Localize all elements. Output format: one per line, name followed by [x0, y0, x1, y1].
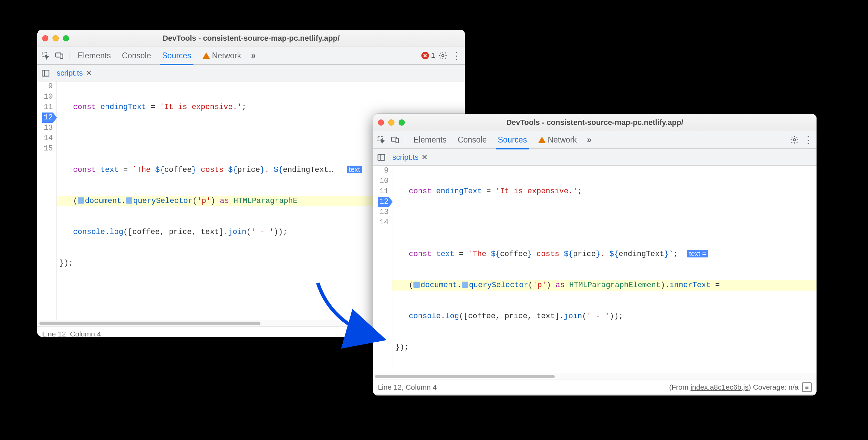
file-tabs-bar: script.ts ✕: [37, 65, 465, 81]
svg-point-3: [442, 55, 444, 57]
coverage-detail-icon[interactable]: ≡: [802, 382, 812, 392]
device-toolbar-icon[interactable]: [389, 134, 401, 146]
error-icon: ✕: [421, 52, 429, 59]
type-object-icon: [413, 282, 420, 288]
close-window-button[interactable]: [42, 35, 48, 41]
type-function-icon: [126, 197, 132, 204]
inspect-element-icon[interactable]: [39, 49, 52, 62]
device-toolbar-icon[interactable]: [53, 49, 66, 62]
tab-console[interactable]: Console: [453, 131, 492, 149]
zoom-window-button[interactable]: [63, 35, 69, 41]
tab-console[interactable]: Console: [117, 47, 156, 65]
tab-network[interactable]: Network: [533, 131, 582, 149]
error-count-badge[interactable]: ✕ 1: [421, 51, 435, 60]
warning-icon: [538, 137, 546, 143]
svg-rect-4: [42, 70, 49, 76]
devtools-toolbar: Elements Console Sources Network » ⋮: [373, 131, 817, 149]
file-tabs-bar: script.ts ✕: [373, 149, 817, 166]
window-title: DevTools - consistent-source-map-pc.netl…: [37, 34, 465, 43]
kebab-menu-icon[interactable]: ⋮: [450, 49, 463, 62]
type-function-icon: [462, 282, 468, 288]
source-statusbar: Line 12, Column 4 (From index.a8c1ec6b.j…: [373, 380, 817, 395]
more-tabs-icon[interactable]: »: [247, 49, 260, 62]
cursor-position: Line 12, Column 4: [378, 383, 437, 391]
svg-point-14: [793, 139, 796, 141]
more-tabs-icon[interactable]: »: [583, 134, 595, 146]
devtools-window-after: DevTools - consistent-source-map-pc.netl…: [373, 114, 817, 395]
warning-icon: [202, 52, 210, 59]
settings-icon[interactable]: [437, 49, 449, 62]
file-tab-script[interactable]: script.ts ✕: [55, 69, 93, 78]
source-editor[interactable]: 9 10 11 12 13 14 const endingText = 'It …: [373, 166, 817, 373]
tab-network[interactable]: Network: [198, 47, 246, 65]
minimize-window-button[interactable]: [388, 119, 394, 126]
close-window-button[interactable]: [378, 119, 384, 126]
divider: [69, 51, 69, 60]
svg-rect-13: [396, 138, 399, 143]
code-body[interactable]: const endingText = 'It is expensive.'; c…: [392, 166, 817, 373]
titlebar[interactable]: DevTools - consistent-source-map-pc.netl…: [37, 30, 465, 47]
divider: [405, 135, 405, 145]
traffic-lights: [378, 119, 405, 126]
tab-elements[interactable]: Elements: [73, 47, 116, 65]
navigator-toggle-icon[interactable]: [39, 67, 52, 79]
value-tooltip: text =: [687, 250, 708, 257]
line-gutter: 9 10 11 12 13 14: [373, 166, 392, 373]
titlebar[interactable]: DevTools - consistent-source-map-pc.netl…: [373, 114, 817, 131]
horizontal-scrollbar[interactable]: [373, 373, 817, 380]
drawer-tab-console[interactable]: Console: [392, 395, 425, 396]
line-gutter: 9 10 11 12 13 14 15: [37, 81, 57, 320]
tab-sources[interactable]: Sources: [493, 131, 532, 149]
minimize-window-button[interactable]: [53, 35, 59, 41]
tab-elements[interactable]: Elements: [409, 131, 451, 149]
source-map-link[interactable]: index.a8c1ec6b.js: [690, 383, 748, 391]
navigator-toggle-icon[interactable]: [375, 151, 388, 164]
svg-rect-15: [378, 154, 385, 160]
file-tab-script[interactable]: script.ts ✕: [391, 153, 429, 162]
settings-icon[interactable]: [788, 134, 801, 146]
inspect-element-icon[interactable]: [375, 134, 388, 146]
cursor-position: Line 12, Column 4: [42, 330, 101, 337]
close-tab-icon[interactable]: ✕: [86, 69, 92, 78]
type-object-icon: [78, 197, 84, 204]
close-tab-icon[interactable]: ✕: [421, 153, 428, 162]
kebab-menu-icon[interactable]: ⋮: [802, 134, 814, 146]
source-origin: (From index.a8c1ec6b.js) Coverage: n/a ≡: [669, 382, 812, 392]
svg-rect-2: [60, 54, 63, 59]
window-title: DevTools - consistent-source-map-pc.netl…: [373, 118, 817, 127]
zoom-window-button[interactable]: [399, 119, 405, 126]
devtools-toolbar: Elements Console Sources Network » ✕ 1 ⋮: [37, 47, 465, 65]
tab-sources[interactable]: Sources: [157, 47, 196, 65]
drawer-header: ⋮ Console ✕: [373, 395, 817, 395]
traffic-lights: [42, 35, 69, 41]
